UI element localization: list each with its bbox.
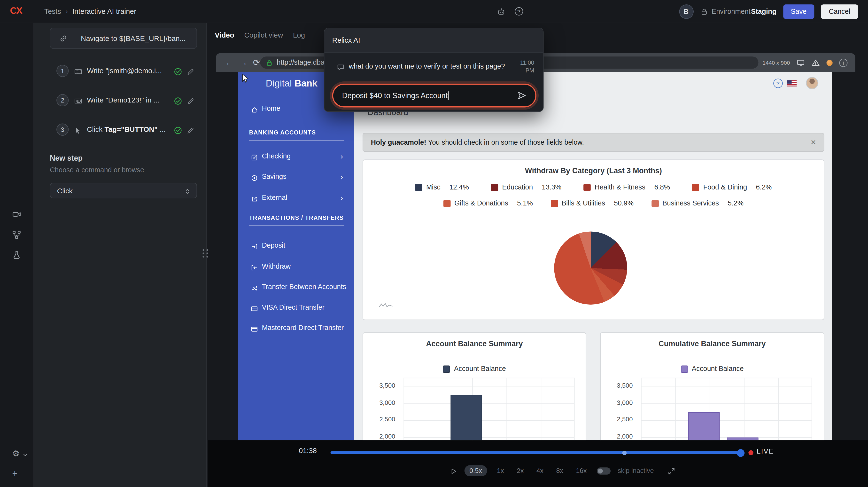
bar-legend: Account Balance xyxy=(363,365,586,373)
tab-log[interactable]: Log xyxy=(293,31,305,39)
link-icon xyxy=(59,34,68,42)
playback-time: 01:38 xyxy=(291,446,324,455)
navigate-step[interactable]: Navigate to ${BASE_URL}/ban... xyxy=(50,28,197,49)
recordings-icon[interactable] xyxy=(12,209,21,218)
breadcrumb-tests[interactable]: Tests xyxy=(44,7,61,16)
video-player-bar: 01:38 LIVE 0.5x 1x 2x 4x 8x 16x skip ina… xyxy=(208,440,868,487)
main-area: Video Copilot view Log ← → ⟳ http://stag… xyxy=(208,0,868,487)
select-updown-icon xyxy=(184,186,191,194)
tab-copilot-view[interactable]: Copilot view xyxy=(244,31,283,39)
monitor-icon[interactable] xyxy=(797,58,805,67)
command-select-value: Click xyxy=(57,186,72,194)
user-avatar[interactable]: B xyxy=(679,4,693,19)
environment-selector[interactable]: Environment Staging xyxy=(700,8,776,16)
ai-robot-icon[interactable] xyxy=(497,7,505,16)
reload-icon[interactable]: ⟳ xyxy=(253,58,260,67)
pie-chart-title: Withdraw By Category (Last 3 Months) xyxy=(363,167,824,175)
flows-icon[interactable] xyxy=(12,230,21,239)
info-icon[interactable]: i xyxy=(839,58,847,67)
step-row-1[interactable]: 1 Write "jsmith@demo.i... xyxy=(50,60,197,82)
url-text: http://stage.dba xyxy=(277,59,324,66)
cancel-button[interactable]: Cancel xyxy=(821,4,858,19)
sparkline-icon xyxy=(378,300,393,308)
recorded-app-viewport: Digital Bank Home BANKING ACCOUNTS Check… xyxy=(238,72,832,440)
save-button[interactable]: Save xyxy=(783,4,814,19)
bank-nav-transfer[interactable]: Transfer Between Accounts xyxy=(238,282,354,293)
home-icon xyxy=(251,105,258,113)
speed-8x[interactable]: 8x xyxy=(553,465,566,476)
send-icon[interactable] xyxy=(517,91,527,100)
bank-nav-visa-transfer[interactable]: VISA Direct Transfer xyxy=(238,302,354,313)
step-row-3[interactable]: 3 Click Tag="BUTTON" ... xyxy=(50,119,197,141)
bank-help-icon[interactable]: ? xyxy=(773,79,783,88)
add-icon[interactable]: + xyxy=(12,468,17,479)
step-row-2[interactable]: 2 Write "Demo123!" in ... xyxy=(50,89,197,111)
status-dot-icon[interactable] xyxy=(827,60,833,66)
ai-message: what do you want me to verify or test on… xyxy=(349,62,515,70)
back-icon[interactable]: ← xyxy=(225,58,234,67)
language-flag-icon[interactable] xyxy=(787,80,797,86)
steps-panel: Navigate to ${BASE_URL}/ban... 1 Write "… xyxy=(33,23,206,487)
panel-drag-handle[interactable] xyxy=(203,249,209,257)
bar-chart-title: Account Balance Summary xyxy=(363,339,586,348)
breadcrumb-separator: › xyxy=(65,7,68,16)
account-balance-card: Account Balance Summary Account Balance … xyxy=(363,332,586,440)
tab-video[interactable]: Video xyxy=(215,31,234,39)
chevron-right-icon: › xyxy=(341,193,343,202)
ai-prompt-input[interactable]: Deposit $40 to Savings Account xyxy=(332,84,536,107)
fullscreen-icon[interactable] xyxy=(668,466,676,475)
speed-16x[interactable]: 16x xyxy=(573,465,589,476)
credit-card-icon xyxy=(251,325,258,333)
warning-icon[interactable] xyxy=(812,58,820,67)
bank-nav-external[interactable]: External › xyxy=(238,193,354,204)
savings-icon xyxy=(251,173,258,181)
seek-bar[interactable] xyxy=(331,451,745,454)
step-label: Write "jsmith@demo.i... xyxy=(87,66,171,74)
relicx-logo[interactable]: CX xyxy=(10,6,22,17)
tests-flask-icon[interactable] xyxy=(12,250,21,260)
bank-nav-withdraw[interactable]: Withdraw xyxy=(238,262,354,273)
lock-icon xyxy=(266,59,273,66)
forward-icon[interactable]: → xyxy=(239,58,247,67)
speed-1x[interactable]: 1x xyxy=(494,465,507,476)
icon-rail: ⚙ + xyxy=(0,23,33,487)
pie-legend-row-2: Gifts & Donations5.1% Bills & Utilities5… xyxy=(363,200,824,207)
environment-value: Staging xyxy=(751,8,776,16)
bank-nav-deposit[interactable]: Deposit xyxy=(238,240,354,251)
speed-2x[interactable]: 2x xyxy=(514,465,527,476)
breadcrumb-current: Interactive AI trainer xyxy=(72,7,136,16)
live-dot-icon xyxy=(748,450,753,455)
edit-step-icon[interactable] xyxy=(186,67,194,76)
y-tick: 2,500 xyxy=(366,416,395,423)
progress-playhead[interactable] xyxy=(737,449,744,457)
bank-user-avatar[interactable] xyxy=(806,77,818,89)
step-label: Write "Demo123!" in ... xyxy=(87,96,171,104)
new-step-hint: Choose a command or browse xyxy=(50,166,144,174)
bank-nav-mastercard-transfer[interactable]: Mastercard Direct Transfer xyxy=(238,323,354,334)
command-select[interactable]: Click xyxy=(50,183,197,198)
settings-chevron-icon[interactable] xyxy=(22,450,28,458)
live-label[interactable]: LIVE xyxy=(757,448,774,455)
external-icon xyxy=(251,194,258,203)
speed-4x[interactable]: 4x xyxy=(534,465,547,476)
bar-legend: Account Balance xyxy=(600,365,824,373)
text-caret xyxy=(448,91,449,100)
help-icon[interactable]: ? xyxy=(515,7,523,16)
bank-logo: Digital Bank xyxy=(266,78,317,89)
new-step-title: New step xyxy=(50,154,83,162)
skip-inactive-toggle[interactable] xyxy=(597,467,611,475)
view-tabs: Video Copilot view Log xyxy=(215,27,305,43)
settings-gear-icon[interactable]: ⚙ xyxy=(12,449,20,458)
play-icon[interactable] xyxy=(450,466,457,475)
bank-nav-checking[interactable]: Checking › xyxy=(238,151,354,162)
environment-icon xyxy=(700,8,708,16)
edit-step-icon[interactable] xyxy=(186,96,194,105)
alert-close-icon[interactable]: × xyxy=(811,138,816,147)
bank-nav-savings[interactable]: Savings › xyxy=(238,172,354,183)
bank-sidebar: Digital Bank Home BANKING ACCOUNTS Check… xyxy=(238,72,354,440)
modal-title: Relicx AI xyxy=(324,28,543,53)
edit-step-icon[interactable] xyxy=(186,126,194,134)
recorded-cursor-icon xyxy=(241,74,250,83)
speed-0-5x[interactable]: 0.5x xyxy=(465,465,487,476)
viewport-resolution: 1440 x 900 xyxy=(763,60,790,66)
